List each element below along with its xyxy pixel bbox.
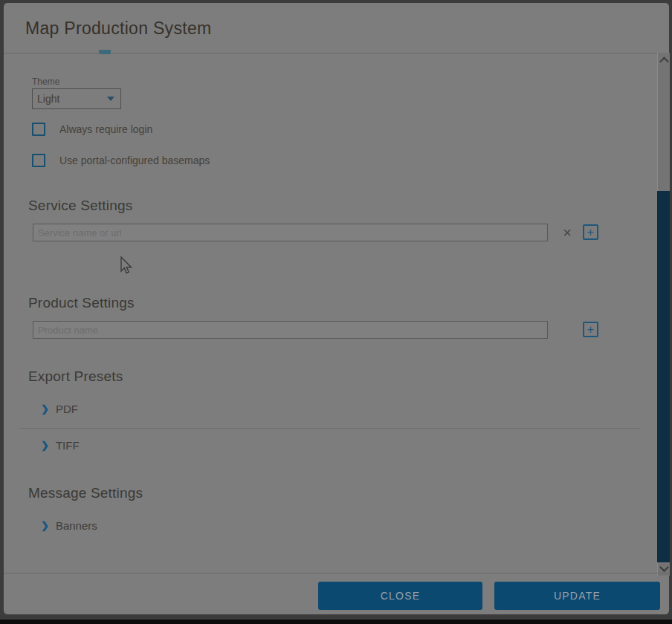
service-input-row: × +: [33, 224, 605, 241]
close-button[interactable]: CLOSE: [318, 582, 482, 610]
dialog-header: Map Production System: [4, 3, 669, 53]
message-settings-heading: Message Settings: [28, 485, 143, 501]
clear-icon[interactable]: ×: [557, 224, 578, 241]
product-name-input[interactable]: [33, 321, 548, 339]
chevron-right-icon: ❯: [41, 403, 49, 415]
product-input-row: +: [33, 321, 605, 339]
chevron-up-icon: [659, 57, 669, 67]
mouse-cursor-icon: [117, 256, 132, 276]
service-settings-heading: Service Settings: [28, 198, 133, 214]
chevron-down-icon: [659, 562, 669, 572]
page-bottom-edge: [0, 620, 672, 624]
vertical-scrollbar[interactable]: [657, 53, 670, 576]
theme-select[interactable]: Light: [32, 88, 121, 109]
scrollbar-thumb[interactable]: [657, 191, 670, 562]
chevron-right-icon: ❯: [41, 440, 49, 451]
dialog-title: Map Production System: [25, 19, 211, 39]
always-require-login-label: Always require login: [59, 123, 152, 135]
product-settings-heading: Product Settings: [28, 295, 135, 311]
export-presets-divider: [19, 428, 640, 429]
chevron-right-icon: ❯: [41, 520, 49, 531]
map-production-settings-dialog: Map Production System Theme Light Always…: [4, 3, 669, 614]
scroll-up-button[interactable]: [658, 54, 670, 67]
export-preset-tiff-label: TIFF: [56, 439, 80, 452]
export-preset-tiff-expander[interactable]: ❯ TIFF: [41, 439, 80, 452]
theme-select-value: Light: [33, 93, 107, 105]
portal-basemaps-row: Use portal-configured basemaps: [32, 154, 210, 167]
service-name-input[interactable]: [33, 224, 548, 241]
message-banners-label: Banners: [56, 519, 97, 532]
portal-basemaps-checkbox[interactable]: [32, 154, 45, 167]
update-button[interactable]: UPDATE: [494, 582, 660, 610]
export-preset-pdf-expander[interactable]: ❯ PDF: [41, 403, 78, 415]
dialog-footer: CLOSE UPDATE: [4, 573, 669, 614]
always-require-login-checkbox[interactable]: [32, 123, 45, 136]
export-presets-heading: Export Presets: [28, 368, 123, 385]
always-require-login-row: Always require login: [32, 123, 152, 136]
dialog-scroll-content: Theme Light Always require login Use por…: [4, 53, 658, 576]
add-service-button[interactable]: +: [583, 224, 598, 240]
message-banners-expander[interactable]: ❯ Banners: [41, 519, 97, 532]
export-preset-pdf-label: PDF: [56, 403, 78, 415]
portal-basemaps-label: Use portal-configured basemaps: [59, 154, 210, 166]
theme-label: Theme: [32, 77, 59, 87]
chevron-down-icon: [107, 97, 114, 101]
add-product-button[interactable]: +: [583, 322, 598, 337]
